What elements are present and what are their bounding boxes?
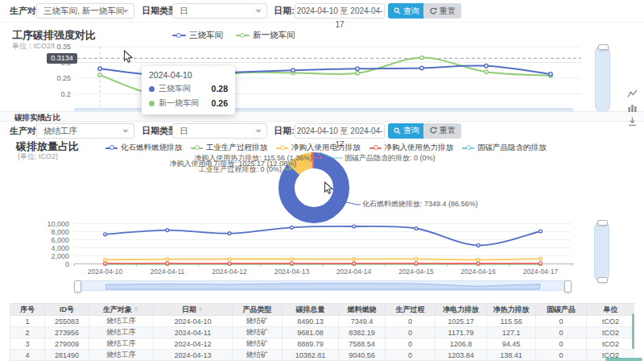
table-cell: 烧结矿 (233, 350, 283, 361)
line-chart-icon[interactable] (627, 89, 638, 99)
reset-button-label: 重置 (440, 6, 456, 17)
series-化石燃料燃烧排放 (104, 225, 543, 247)
vertical-scrollbar-thumb[interactable] (632, 313, 634, 349)
refresh-icon (429, 7, 437, 15)
table-cell: 0 (536, 338, 587, 350)
reset-button-1[interactable]: 重置 (423, 3, 461, 19)
search-icon (394, 7, 401, 15)
chevron-down-icon (122, 10, 129, 16)
legend-label: 三烧车间 (189, 30, 223, 41)
table-cell: 烧结矿 (233, 338, 283, 350)
table-cell: 94.45 (487, 338, 536, 350)
date-type-select-1[interactable]: 日 (172, 3, 267, 19)
table-cell: 1203.84 (436, 350, 487, 361)
date-type-select-2[interactable]: 日 (172, 123, 267, 139)
table-cell: 9681.08 (283, 327, 339, 338)
table-cell: 烧结工序 (89, 316, 154, 327)
legend-item-series2[interactable]: 新一烧车间 (236, 30, 295, 41)
y-tick-label: 0 (65, 260, 69, 268)
data-table: 序号ID号生产对象日期产品类型碳排总量燃料燃烧生产过程净电力排放净热力排放固碳产… (10, 303, 634, 361)
reset-button-label: 重置 (440, 125, 456, 136)
x-tick-label: 2024-04-13 (275, 268, 310, 276)
pie-label: 净购入使用热力排放: 115.56 (1.36%) (194, 154, 312, 162)
series-dot (149, 101, 155, 106)
filter-toolbar-1: 生产对象 三烧车间, 新一烧车间 日期类型: 日 日期: 2024-04-10 … (0, 0, 644, 23)
table-cell: 9040.56 (339, 350, 386, 361)
date-range-input-1[interactable]: 2024-04-10 至 2024-04-17 (295, 3, 385, 19)
column-header-产品类型: 产品类型 (233, 304, 283, 316)
sort-icon[interactable] (134, 305, 139, 313)
x-tick-label: 2024-04-16 (460, 268, 496, 276)
datazoom-handle-right[interactable] (564, 280, 572, 293)
chart1-vertical-datazoom[interactable] (595, 45, 610, 113)
table-cell: 10382.81 (283, 350, 339, 361)
filter-toolbar-2: 生产对象 烧结工序 日期类型: 日 日期: 2024-04-10 至 2024-… (0, 122, 644, 139)
download-icon[interactable] (627, 116, 638, 127)
column-header-净电力排放: 净电力排放 (436, 304, 487, 316)
intensity-chart-canvas[interactable]: 0.350.30.250.2 (0, 44, 644, 113)
horizontal-datazoom[interactable] (74, 280, 572, 291)
chart3-vertical-datazoom[interactable] (594, 221, 609, 282)
mouse-cursor-icon (324, 181, 334, 195)
chart1-legend: 三烧车间 新一烧车间 (172, 30, 295, 41)
table-cell: 1025.17 (436, 316, 487, 327)
date-label: 日期: (274, 122, 295, 139)
column-header-日期[interactable]: 日期 (154, 304, 233, 316)
column-header-燃料燃烧: 燃料燃烧 (339, 304, 386, 316)
date-range-input-2[interactable]: 2024-04-10 至 2024-04-17 (295, 123, 385, 139)
table-cell: 0 (386, 338, 436, 350)
table-cell: 0 (536, 316, 587, 327)
datazoom-handle[interactable] (598, 44, 609, 50)
refresh-icon (429, 127, 437, 135)
date-type-select-1-value: 日 (180, 6, 188, 15)
legend-item-series1[interactable]: 三烧车间 (172, 30, 223, 41)
target-select-1[interactable]: 三烧车间, 新一烧车间 (36, 3, 134, 19)
x-tick-label: 2024-04-14 (336, 268, 372, 276)
horizontal-scrollbar-thumb[interactable] (605, 358, 642, 361)
chart-tooltip: 2024-04-10 三烧车间 0.28 新一烧车间 0.26 (142, 66, 235, 114)
table-cell: 273956 (45, 327, 89, 338)
table-cell: 1 (10, 316, 45, 327)
query-button-label: 查询 (403, 6, 419, 17)
tooltip-row: 新一烧车间 0.26 (149, 98, 228, 109)
date-type-select-2-value: 日 (180, 126, 188, 135)
table-cell: 2 (10, 327, 45, 338)
datazoom-handle[interactable] (597, 277, 608, 283)
table-cell: 138.41 (487, 350, 536, 361)
table-cell: 1171.79 (436, 327, 487, 338)
column-header-序号: 序号 (10, 304, 45, 316)
query-button-1[interactable]: 查询 (388, 3, 425, 19)
bar-chart-icon[interactable] (627, 102, 638, 113)
datazoom-silhouette (75, 281, 571, 290)
table-cell: 115.56 (487, 316, 536, 327)
target-select-2[interactable]: 烧结工序 (36, 123, 134, 139)
datazoom-handle-left[interactable] (74, 280, 81, 293)
chevron-down-icon (255, 130, 262, 136)
y-tick-label: 2,000 (51, 252, 69, 260)
table-cell: tCO2 (587, 316, 635, 327)
table-cell: 2024-04-12 (154, 338, 233, 350)
table-cell: 2024-04-10 (154, 316, 233, 327)
query-button-2[interactable]: 查询 (388, 123, 425, 139)
legend-label: 新一烧车间 (253, 30, 295, 41)
reset-button-2[interactable]: 重置 (423, 123, 461, 139)
datazoom-handle[interactable] (597, 220, 608, 226)
table-cell: 127.1 (487, 327, 536, 338)
table-cell: 8889.79 (283, 338, 339, 350)
line-series-icon (236, 32, 250, 39)
table-cell: 3 (10, 338, 45, 350)
y-tick-label: 0.35 (56, 44, 71, 51)
donut-chart-canvas[interactable]: 化石燃料燃烧排放: 7349.4 (86.56%)工业生产过程排放: 0 (0%… (0, 142, 644, 226)
sort-icon[interactable] (198, 305, 204, 313)
table-row: 1255083烧结工序2024-04-10烧结矿8490.137349.4010… (10, 316, 635, 327)
column-header-生产对象[interactable]: 生产对象 (89, 304, 154, 316)
results-table-container: 序号ID号生产对象日期产品类型碳排总量燃料燃烧生产过程净电力排放净热力排放固碳产… (10, 303, 634, 361)
pie-label: 固碳产品隐含的排放: 0 (0%) (345, 154, 436, 162)
table-cell: 2024-04-13 (154, 350, 233, 361)
table-cell: 7349.4 (339, 316, 386, 327)
carbon-dashboard: 生产对象 三烧车间, 新一烧车间 日期类型: 日 日期: 2024-04-10 … (0, 0, 644, 361)
pie-label: 化石燃料燃烧排放: 7349.4 (86.56%) (362, 200, 478, 208)
x-tick-label: 2024-04-15 (398, 268, 434, 276)
date-label: 日期: (274, 0, 295, 22)
table-cell: 1206.8 (436, 338, 487, 350)
